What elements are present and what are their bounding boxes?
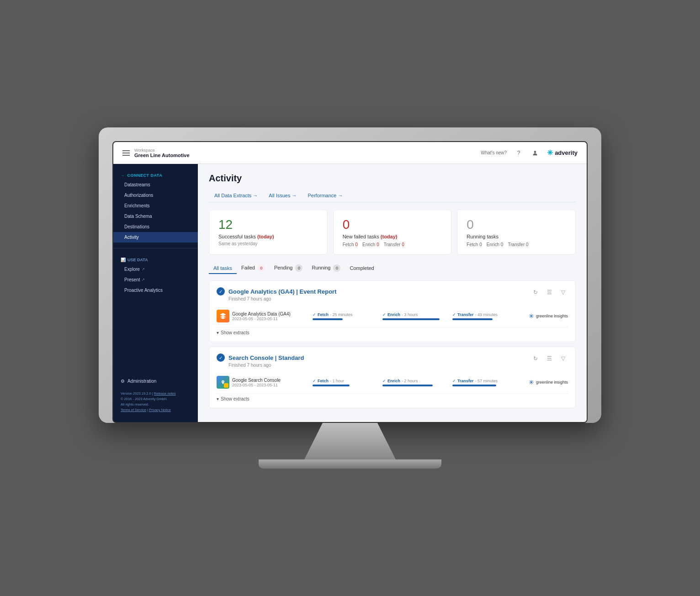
task-card-2: ✓ Search Console | Standard Finished 7 h…	[209, 347, 576, 408]
filter-tab-running[interactable]: Running 0	[307, 262, 345, 275]
use-data-header: 📊 USE DATA	[113, 254, 198, 264]
stat-number-successful: 12	[218, 217, 318, 232]
filter-tab-failed[interactable]: Failed 0	[237, 262, 270, 275]
sidebar-item-authorizations[interactable]: Authorizations	[113, 190, 198, 200]
stat-card-failed: 0 New failed tasks (today) Fetch 0 Enric…	[333, 210, 452, 255]
workspace-info: Workspace Green Line Automotive	[134, 148, 190, 158]
enrich-stage-time: - 3 hours	[402, 312, 418, 317]
sidebar-item-explore[interactable]: Explore ↗	[113, 264, 198, 274]
transfer2-stage-name: Transfer	[457, 379, 474, 383]
task-2-title-row: ✓ Search Console | Standard	[217, 353, 304, 362]
task-2-menu-btn[interactable]: ☰	[544, 353, 554, 364]
task-1-show-extracts[interactable]: ▾ Show extracts	[217, 327, 568, 335]
task-1-transfer-label: ✓ Transfer - 49 minutes	[452, 312, 520, 317]
task-1-stage-enrich: ✓ Enrich - 3 hours	[382, 312, 450, 320]
sidebar-item-datastreams[interactable]: Datastreams	[113, 179, 198, 190]
task-2-check-icon: ✓	[217, 353, 225, 362]
user-icon[interactable]	[530, 148, 540, 158]
transfer-stage-time: - 49 minutes	[475, 312, 498, 317]
fetch2-stage-time: - 1 hour	[330, 379, 344, 383]
present-label: Present ↗	[124, 277, 145, 282]
dest-name-2: greenline insights	[536, 380, 568, 385]
adverity-logo: ✳ adverity	[547, 148, 578, 157]
content-area: Activity All Data Extracts → All Issues …	[198, 164, 587, 422]
failed-fetch: Fetch 0	[343, 242, 358, 247]
adverity-logo-icon: ✳	[547, 148, 553, 157]
sidebar-item-enrichments[interactable]: Enrichments	[113, 200, 198, 211]
monitor-frame: Workspace Green Line Automotive What's n…	[99, 127, 601, 469]
top-bar-right: What's new? ? ✳ adverity	[481, 148, 578, 158]
sidebar-divider	[113, 248, 198, 248]
task-1-enrich-bar	[382, 318, 440, 320]
fetch-check-icon: ✓	[313, 312, 316, 317]
top-bar-left: Workspace Green Line Automotive	[122, 148, 190, 158]
task-2-stage-fetch: ✓ Fetch - 1 hour	[313, 379, 380, 386]
task-1-refresh-btn[interactable]: ↻	[530, 287, 541, 297]
connect-data-header: → CONNECT DATA	[113, 169, 198, 179]
sidebar-item-destinations[interactable]: Destinations	[113, 222, 198, 232]
task-2-title[interactable]: Search Console | Standard	[228, 354, 304, 361]
task-1-source-info: Google Analytics Data (GA4) 2023-05-05 -…	[232, 311, 291, 321]
task-1-source-date: 2023-05-05 - 2023-05-11	[232, 316, 291, 321]
svg-point-0	[534, 151, 536, 153]
task-1-settings-btn[interactable]: ▽	[558, 287, 568, 297]
help-icon[interactable]: ?	[514, 148, 523, 158]
stat-card-running: 0 Running tasks Fetch 0 Enrich 0 Transfe…	[457, 210, 576, 255]
release-notes-link[interactable]: Release notes	[154, 391, 176, 396]
show-extracts-label-1: Show extracts	[221, 330, 249, 335]
task-1-menu-btn[interactable]: ☰	[544, 287, 554, 297]
task-2-show-extracts[interactable]: ▾ Show extracts	[217, 393, 568, 401]
task-2-destination: ✳ greenline insights	[529, 379, 568, 386]
filter-tabs: All tasks Failed 0 Pending 0 Running 0 C…	[209, 262, 576, 275]
task-2-source-icon	[217, 376, 229, 389]
main-layout: → CONNECT DATA Datastreams Authorization…	[113, 164, 587, 422]
workspace-label: Workspace	[134, 148, 190, 153]
chevron-down-icon-2: ▾	[217, 396, 219, 401]
task-2-stage-enrich: ✓ Enrich - 2 hours	[382, 379, 450, 386]
stat-number-failed: 0	[343, 217, 442, 232]
fetch2-stage-name: Fetch	[318, 379, 329, 383]
task-1-source: Google Analytics Data (GA4) 2023-05-05 -…	[217, 310, 308, 322]
tab-all-data-extracts[interactable]: All Data Extracts →	[209, 190, 263, 202]
tab-performance[interactable]: Performance →	[302, 190, 349, 202]
task-2-subtitle: Finished 7 hours ago	[228, 363, 304, 368]
task-2-source-name: Google Search Console	[232, 378, 281, 383]
monitor-stand	[304, 423, 396, 459]
task-1-check-icon: ✓	[217, 287, 225, 295]
task-2-fetch-label: ✓ Fetch - 1 hour	[313, 379, 380, 383]
explore-external-icon: ↗	[142, 267, 145, 271]
filter-tab-pending[interactable]: Pending 0	[270, 262, 307, 275]
task-2-enrich-label: ✓ Enrich - 2 hours	[382, 379, 450, 383]
sidebar-item-present[interactable]: Present ↗	[113, 274, 198, 285]
running-enrich: Enrich 0	[487, 242, 504, 247]
enrich2-stage-time: - 2 hours	[402, 379, 418, 383]
task-2-settings-btn[interactable]: ▽	[558, 353, 568, 364]
enrich-stage-name: Enrich	[387, 312, 400, 317]
tab-all-issues[interactable]: All Issues →	[263, 190, 302, 202]
sidebar-item-activity[interactable]: Activity	[113, 232, 198, 243]
task-1-enrich-label: ✓ Enrich - 3 hours	[382, 312, 450, 317]
fetch-stage-time: - 25 minutes	[330, 312, 353, 317]
hamburger-menu[interactable]	[122, 150, 130, 156]
transfer-stage-name: Transfer	[457, 312, 474, 317]
task-2-source-info: Google Search Console 2023-05-05 - 2023-…	[232, 378, 281, 387]
enrich-check-icon: ✓	[382, 312, 386, 317]
whats-new-button[interactable]: What's new?	[481, 150, 507, 155]
privacy-link[interactable]: Privacy Notice	[149, 408, 171, 412]
filter-tab-completed[interactable]: Completed	[345, 263, 378, 274]
transfer-check-icon: ✓	[452, 312, 456, 317]
sidebar-item-data-schema[interactable]: Data Schema	[113, 211, 198, 222]
task-2-transfer-label: ✓ Transfer - 57 minutes	[452, 379, 520, 383]
stat-label-successful: Successful tasks (today)	[218, 234, 318, 239]
task-1-title[interactable]: Google Analytics (GA4) | Event Report	[228, 288, 336, 295]
filter-tab-all[interactable]: All tasks	[209, 263, 237, 274]
stat-label-failed: New failed tasks (today)	[343, 234, 442, 239]
terms-link[interactable]: Terms of Service	[121, 408, 146, 412]
task-2-stages: ✓ Fetch - 1 hour ✓ Enrich	[313, 379, 520, 386]
task-card-1: ✓ Google Analytics (GA4) | Event Report …	[209, 280, 576, 342]
sidebar-item-proactive-analytics[interactable]: Proactive Analytics	[113, 285, 198, 295]
task-2-refresh-btn[interactable]: ↻	[530, 353, 541, 364]
workspace-name: Green Line Automotive	[134, 153, 190, 158]
sidebar-item-administration[interactable]: ⚙ Administration	[121, 377, 191, 385]
transfer2-stage-time: - 57 minutes	[475, 379, 498, 383]
